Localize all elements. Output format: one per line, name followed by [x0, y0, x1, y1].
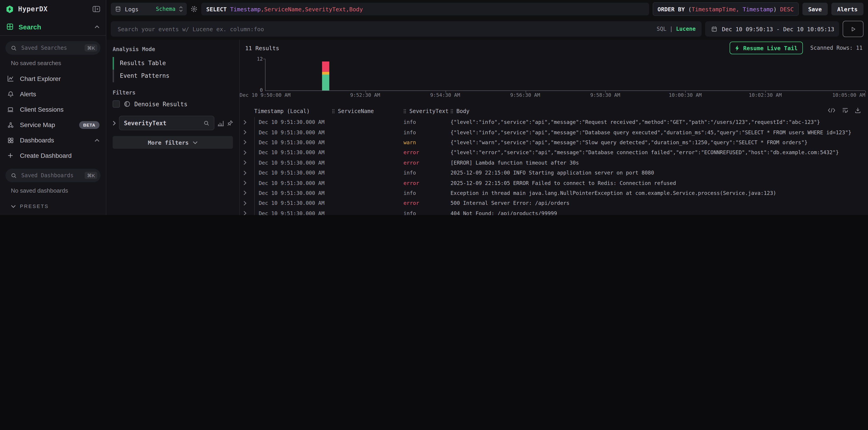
expand-row-icon[interactable]: [243, 201, 254, 206]
column-header-servicename[interactable]: ServiceName: [332, 108, 403, 114]
search-icon: [11, 45, 17, 51]
denoise-checkbox[interactable]: [113, 100, 120, 108]
order-by-input[interactable]: ORDER BY (TimestampTime, Timestamp) DESC: [652, 2, 799, 16]
x-axis-label: 10:00:30 AM: [669, 92, 702, 98]
x-axis-tick: [865, 91, 866, 93]
table-row[interactable]: Dec 10 9:51:30.000 AMinfoException in th…: [240, 188, 868, 198]
expand-row-icon[interactable]: [243, 191, 254, 196]
table-row[interactable]: Dec 10 9:51:30.000 AMinfo{"level":"info"…: [240, 127, 868, 137]
column-header-severitytext[interactable]: SeverityText: [403, 108, 451, 114]
denoise-icon: [124, 101, 130, 107]
analysis-mode-results-table[interactable]: Results Table: [113, 57, 233, 70]
sql-token: TimestampTime,: [691, 6, 739, 12]
cell-severitytext: error: [403, 160, 451, 166]
table-row[interactable]: Dec 10 9:51:30.000 AMerror500 Internal S…: [240, 198, 868, 208]
saved-dashboards-input[interactable]: ⌘K: [5, 169, 100, 182]
run-query-button[interactable]: [843, 21, 864, 37]
preset-list: ClickHouseServicesKubernetes: [0, 211, 106, 215]
table-row[interactable]: Dec 10 9:51:30.000 AMinfo{"level":"info"…: [240, 117, 868, 127]
time-range-picker[interactable]: Dec 10 09:50:13 - Dec 10 10:05:13: [705, 21, 839, 37]
alerts-button[interactable]: Alerts: [831, 3, 864, 15]
sql-mode-toggle[interactable]: SQL: [656, 26, 666, 32]
source-name: Logs: [125, 6, 152, 12]
cell-body: 2025-12-09 22:15:00 INFO Starting applic…: [451, 170, 864, 176]
histogram-plot[interactable]: 120: [265, 59, 865, 91]
resume-live-tail-button[interactable]: Resume Live Tail: [730, 42, 803, 54]
topbar: Logs Schema SELECT Timestamp,ServiceName…: [106, 0, 868, 18]
drag-handle-icon: [403, 109, 406, 113]
sql-token: SELECT: [206, 6, 230, 12]
pin-icon[interactable]: [227, 120, 233, 126]
analysis-mode-event-patterns[interactable]: Event Patterns: [113, 70, 233, 82]
save-button[interactable]: Save: [802, 3, 828, 15]
bell-icon: [6, 91, 14, 97]
more-filters-button[interactable]: More filters: [113, 136, 233, 149]
sidebar-item-service-map[interactable]: Service MapBETA: [0, 117, 106, 132]
expand-row-icon[interactable]: [243, 211, 254, 215]
results-header: 11 Results Resume Live Tail Scanned Rows…: [240, 40, 868, 56]
results-table-body: Dec 10 9:51:30.000 AMinfo{"level":"info"…: [240, 117, 868, 215]
sidebar-item-alerts[interactable]: Alerts: [0, 86, 106, 102]
mode-divider: |: [670, 26, 673, 32]
x-axis-label: 9:58:30 AM: [590, 92, 620, 98]
expand-row-icon[interactable]: [243, 140, 254, 145]
y-axis-tick: [263, 59, 266, 59]
code-view-icon[interactable]: [828, 107, 835, 113]
create-dashboard-button[interactable]: Create Dashboard: [0, 148, 106, 163]
download-icon[interactable]: [855, 107, 861, 113]
sidebar-item-client-sessions[interactable]: Client Sessions: [0, 102, 106, 117]
table-row[interactable]: Dec 10 9:51:30.000 AMinfo404 Not Found: …: [240, 208, 868, 215]
shortcut-badge: ⌘K: [85, 44, 97, 52]
sidebar-item-label: Chart Explorer: [20, 75, 61, 82]
chevron-up-icon[interactable]: [95, 25, 99, 28]
collapse-sidebar-icon[interactable]: [92, 5, 100, 13]
more-filters-label: More filters: [148, 139, 189, 146]
column-header-label: SeverityText: [409, 108, 448, 114]
sidebar-preset-clickhouse[interactable]: ClickHouse: [0, 211, 106, 215]
search-icon: [11, 172, 17, 178]
table-row[interactable]: Dec 10 9:51:30.000 AMwarn{"level":"warn"…: [240, 137, 868, 147]
cell-timestamp: Dec 10 9:51:30.000 AM: [254, 208, 332, 215]
lightning-icon: [735, 45, 740, 51]
select-query-input[interactable]: SELECT Timestamp,ServiceName,SeverityTex…: [201, 3, 649, 15]
chart-explorer-icon: [6, 75, 14, 82]
sidebar-item-search[interactable]: Search: [0, 18, 106, 35]
saved-searches-input[interactable]: ⌘K: [5, 41, 100, 55]
service-map-icon: [6, 122, 14, 128]
source-select[interactable]: Logs Schema: [111, 3, 187, 15]
cell-body: 500 Internal Server Error: /api/orders: [451, 200, 864, 206]
table-row[interactable]: Dec 10 9:51:30.000 AMerror{"level":"erro…: [240, 147, 868, 158]
histogram-bar[interactable]: [322, 62, 329, 91]
facet-search-input[interactable]: SeverityText: [119, 116, 214, 130]
cell-timestamp: Dec 10 9:51:30.000 AM: [254, 137, 332, 147]
saved-dashboards-field[interactable]: [20, 172, 81, 179]
sidebar-item-chart-explorer[interactable]: Chart Explorer: [0, 71, 106, 86]
table-row[interactable]: Dec 10 9:51:30.000 AMerror2025-12-09 22:…: [240, 178, 868, 188]
source-settings-gear-icon[interactable]: [190, 5, 198, 13]
chevron-up-icon[interactable]: [95, 139, 99, 142]
expand-row-icon[interactable]: [243, 160, 254, 165]
search-input[interactable]: [117, 25, 652, 33]
wrap-lines-icon[interactable]: [842, 107, 848, 113]
search-bar[interactable]: SQL | Lucene: [111, 21, 702, 37]
sidebar-item-dashboards[interactable]: Dashboards: [0, 132, 106, 148]
histogram-icon[interactable]: [218, 120, 224, 126]
presets-toggle[interactable]: PRESETS: [0, 198, 106, 211]
cell-severitytext: warn: [403, 139, 451, 145]
expand-row-icon[interactable]: [243, 130, 254, 135]
expand-row-icon[interactable]: [243, 170, 254, 175]
results-panel: 11 Results Resume Live Tail Scanned Rows…: [240, 40, 868, 215]
chevron-right-icon[interactable]: [113, 121, 116, 126]
column-header-body[interactable]: Body: [451, 108, 864, 114]
column-header-timestamp-local-[interactable]: Timestamp (Local): [254, 108, 332, 114]
table-row[interactable]: Dec 10 9:51:30.000 AMerror[ERROR] Lambda…: [240, 158, 868, 168]
expand-row-icon[interactable]: [243, 180, 254, 186]
x-axis-label: 10:05:00 AM: [832, 92, 865, 98]
expand-row-icon[interactable]: [243, 120, 254, 125]
lucene-mode-toggle[interactable]: Lucene: [676, 26, 696, 32]
events-histogram: 120 Dec 10 9:50:00 AM9:52:30 AM9:54:30 A…: [240, 56, 868, 100]
saved-searches-field[interactable]: [20, 44, 81, 52]
y-axis-max-label: 12: [250, 56, 263, 62]
expand-row-icon[interactable]: [243, 150, 254, 155]
table-row[interactable]: Dec 10 9:51:30.000 AMinfo2025-12-09 22:1…: [240, 168, 868, 178]
